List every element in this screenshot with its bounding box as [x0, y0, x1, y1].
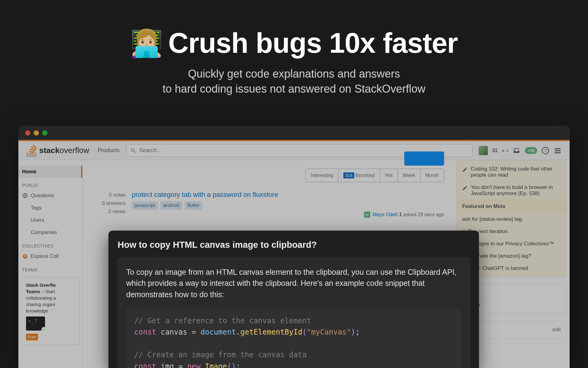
- tag-javascript[interactable]: javascript: [132, 201, 158, 210]
- so-logo-icon: [26, 144, 37, 157]
- blog-item-2[interactable]: You don't have to build a browser in Jav…: [457, 181, 566, 200]
- window-titlebar: [18, 126, 570, 140]
- coder-emoji: 👩🏼‍💻: [130, 30, 163, 56]
- tab-bountied[interactable]: 314Bountied: [338, 169, 380, 182]
- code-comment-2: // Create an image from the canvas data: [134, 351, 307, 359]
- so-logo[interactable]: stackoverflow: [26, 144, 89, 157]
- tab-week[interactable]: Week: [398, 169, 420, 182]
- popup-title: How to copy HTML canvas image to clipboa…: [108, 231, 479, 257]
- hero-sub-line1: Quickly get code explanations and answer…: [188, 67, 400, 80]
- left-sidebar: Home PUBLIC Questions Tags Users Compani…: [18, 160, 83, 368]
- menu-icon[interactable]: [554, 147, 562, 155]
- code-paren-close2: ): [232, 362, 236, 368]
- so-topbar: stackoverflow Products 31 ● 4 +20 ?: [18, 141, 570, 160]
- explore-label: Explore Coll: [31, 253, 59, 259]
- featured-on-meta-head: Featured on Meta: [457, 200, 566, 213]
- hero-title: 👩🏼‍💻 Crush bugs 10x faster: [130, 27, 458, 59]
- edit-link[interactable]: edit: [552, 327, 561, 333]
- achievements-badge[interactable]: +20: [525, 147, 537, 154]
- starburst-icon: [22, 253, 28, 259]
- popup-explanation: To copy an image from an HTML canvas ele…: [126, 266, 461, 300]
- code-space: [201, 362, 205, 368]
- popup-body: To copy an image from an HTML canvas ele…: [117, 257, 470, 368]
- free-badge: Free: [26, 334, 38, 340]
- maximize-dot-icon[interactable]: [42, 130, 47, 136]
- meta1-text: ash for [status-review] tag:: [462, 216, 523, 222]
- question-tags: javascript android flutter: [132, 201, 444, 210]
- question-filter-tabs: Interesting 314Bountied Hot Week Month: [92, 169, 444, 182]
- inbox-icon[interactable]: [513, 147, 521, 155]
- terminal-prompt: >_?: [28, 318, 37, 324]
- terminal-thumb-icon: >_? ✓: [26, 316, 45, 331]
- sidebar-item-tags[interactable]: Tags: [18, 202, 82, 214]
- author-link[interactable]: Mays Odeh: [373, 212, 398, 217]
- sidebar-item-companies[interactable]: Companies: [18, 226, 82, 239]
- code-image: Image: [205, 362, 227, 368]
- pencil-icon: [462, 167, 468, 172]
- hero-sub-line2: to hard coding issues not answered on St…: [163, 82, 425, 95]
- question-meta: M Mays Odeh 1 asked 29 secs ago: [132, 212, 444, 218]
- code-document: document: [201, 328, 236, 336]
- question-title-link[interactable]: protect category tab with a password on …: [132, 191, 444, 199]
- code-semi2: ;: [236, 362, 240, 368]
- code-dot: .: [236, 328, 240, 336]
- question-content: protect category tab with a password on …: [132, 191, 444, 218]
- avatar[interactable]: [479, 146, 488, 155]
- sidebar-item-home[interactable]: Home: [18, 166, 82, 178]
- tab-hot[interactable]: Hot: [380, 169, 398, 182]
- user-reputation: 31: [492, 148, 498, 153]
- teams-promo: Stack Overflo Teams – Start collaboratin…: [21, 277, 79, 345]
- sidebar-item-users[interactable]: Users: [18, 214, 82, 226]
- code-paren-open2: (: [227, 362, 231, 368]
- user-cluster: 31 ● 4 +20 ?: [479, 146, 562, 155]
- tag-android[interactable]: android: [160, 201, 182, 210]
- tag-flutter[interactable]: flutter: [185, 201, 202, 210]
- code-getelementbyid: getElementById: [240, 328, 302, 336]
- pencil-icon: [462, 185, 468, 191]
- bountied-count: 314: [343, 172, 354, 178]
- code-var1: canvas =: [156, 328, 201, 336]
- sidebar-section-collectives: COLLECTIVES: [18, 239, 82, 250]
- asked-time: asked 29 secs ago: [403, 212, 444, 217]
- ask-question-button[interactable]: [404, 151, 444, 166]
- tab-interesting[interactable]: Interesting: [306, 169, 339, 182]
- check-icon: ✓: [41, 327, 47, 332]
- sidebar-item-questions[interactable]: Questions: [18, 190, 82, 202]
- meta-item-1[interactable]: ash for [status-review] tag:: [457, 213, 566, 225]
- code-string-mycanvas: "myCanvas": [307, 328, 351, 336]
- code-kw-const1: const: [134, 328, 156, 336]
- author-badge: M: [364, 212, 370, 218]
- user-bronze-badges: ● 4: [502, 148, 509, 153]
- so-logo-light: overflow: [60, 146, 89, 155]
- svg-text:?: ?: [544, 148, 547, 153]
- votes-count: 0 votes: [92, 191, 126, 199]
- answers-count: 0 answers: [92, 199, 126, 207]
- code-semi1: ;: [356, 328, 360, 336]
- minimize-dot-icon[interactable]: [34, 130, 39, 136]
- answer-popup: How to copy HTML canvas image to clipboa…: [108, 231, 479, 368]
- sidebar-section-teams: TEAMS: [18, 263, 82, 274]
- code-kw-new: new: [187, 362, 200, 368]
- code-var2: img =: [156, 362, 187, 368]
- hero-title-text: Crush bugs 10x faster: [168, 27, 458, 59]
- bountied-label: Bountied: [356, 173, 375, 178]
- code-paren-open1: (: [302, 328, 307, 336]
- question-stats: 0 votes 0 answers 2 views: [92, 191, 126, 218]
- code-comment-1: // Get a reference to the canvas element: [134, 316, 311, 325]
- blog-item-1[interactable]: Coding 102: Writing code that other peop…: [457, 163, 566, 181]
- help-icon[interactable]: ?: [541, 147, 549, 155]
- views-count: 2 views: [92, 207, 126, 216]
- blog1-text: Coding 102: Writing code that other peop…: [471, 166, 561, 178]
- tab-month[interactable]: Month: [420, 169, 444, 182]
- hero: 👩🏼‍💻 Crush bugs 10x faster Quickly get c…: [130, 0, 458, 96]
- code-paren-close1: ): [351, 328, 355, 336]
- code-kw-const2: const: [134, 362, 156, 368]
- so-logo-bold: stack: [39, 146, 60, 155]
- sidebar-item-explore-collectives[interactable]: Explore Coll: [18, 250, 82, 263]
- sidebar-questions-label: Questions: [31, 193, 54, 199]
- close-dot-icon[interactable]: [25, 130, 30, 136]
- hero-subtitle: Quickly get code explanations and answer…: [130, 67, 458, 96]
- products-link[interactable]: Products: [98, 147, 119, 154]
- blog2-text: You don't have to build a browser in Jav…: [471, 184, 561, 197]
- author-rep: 1: [399, 212, 402, 217]
